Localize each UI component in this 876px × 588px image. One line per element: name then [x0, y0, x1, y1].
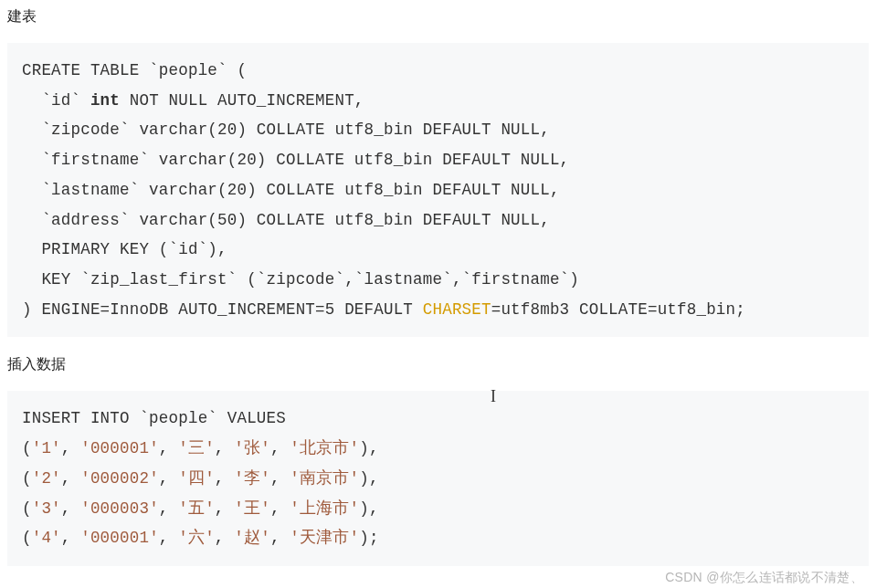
watermark-text: CSDN @你怎么连话都说不清楚、 [665, 570, 863, 586]
code-line: ) ENGINE=InnoDB AUTO_INCREMENT=5 DEFAULT… [22, 300, 745, 319]
code-line: KEY `zip_last_first` (`zipcode`,`lastnam… [22, 270, 579, 289]
code-line: `zipcode` varchar(20) COLLATE utf8_bin D… [22, 121, 550, 139]
text-cursor-icon: I [491, 387, 496, 406]
code-line: `firstname` varchar(20) COLLATE utf8_bin… [22, 151, 569, 169]
code-line: ('1', '000001', '三', '张', '北京市'), [22, 439, 379, 457]
heading-create-table: 建表 [7, 7, 869, 26]
heading-insert-data: 插入数据 [7, 355, 869, 374]
code-block-insert-data: INSERT INTO `people` VALUES ('1', '00000… [7, 391, 869, 566]
code-line: ('4', '000001', '六', '赵', '天津市'); [22, 529, 379, 547]
code-line: `lastname` varchar(20) COLLATE utf8_bin … [22, 181, 560, 199]
code-line: ('2', '000002', '四', '李', '南京市'), [22, 469, 379, 488]
code-line: CREATE TABLE `people` ( [22, 61, 247, 79]
code-line: INSERT INTO `people` VALUES [22, 409, 286, 427]
code-line: ('3', '000003', '五', '王', '上海市'), [22, 499, 379, 518]
code-line: `id` int NOT NULL AUTO_INCREMENT, [22, 91, 364, 110]
code-block-create-table: CREATE TABLE `people` ( `id` int NOT NUL… [7, 43, 869, 337]
code-line: `address` varchar(50) COLLATE utf8_bin D… [22, 211, 550, 229]
code-line: PRIMARY KEY (`id`), [22, 240, 227, 258]
